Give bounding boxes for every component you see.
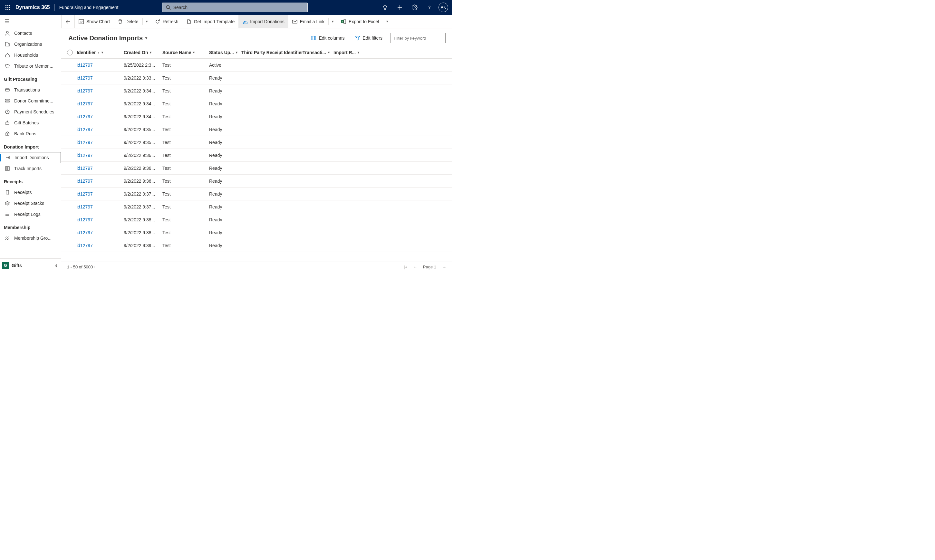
- global-search[interactable]: [162, 3, 308, 12]
- cell-created: 9/2/2022 9:34...: [124, 101, 162, 106]
- sidebar-item-transactions[interactable]: Transactions: [0, 85, 61, 95]
- help-icon[interactable]: [422, 0, 437, 15]
- area-switcher[interactable]: G Gifts ▲▼: [0, 258, 61, 272]
- column-header-transaction[interactable]: Transacti... ▾: [303, 50, 334, 55]
- hamburger-icon[interactable]: [5, 19, 10, 24]
- email-link-button[interactable]: Email a Link: [288, 15, 328, 28]
- table-row[interactable]: id127979/2/2022 9:39...TestReady: [61, 239, 452, 252]
- identifier-link[interactable]: id12797: [77, 101, 93, 106]
- table-row[interactable]: id127979/2/2022 9:34...TestReady: [61, 97, 452, 110]
- import-donations-button[interactable]: Import Donations: [238, 15, 288, 28]
- table-row[interactable]: id127979/2/2022 9:35...TestReady: [61, 136, 452, 149]
- column-header-import-result[interactable]: Import R... ▾: [334, 50, 366, 55]
- view-selector[interactable]: Active Donation Imports ▾: [68, 34, 147, 42]
- table-row[interactable]: id127979/2/2022 9:36...TestReady: [61, 175, 452, 188]
- delete-chevron[interactable]: ▾: [143, 15, 151, 28]
- edit-filters-button[interactable]: Edit filters: [352, 34, 385, 43]
- column-header-source[interactable]: Source Name ▾: [162, 50, 209, 55]
- identifier-link[interactable]: id12797: [77, 114, 93, 119]
- cell-created: 9/2/2022 9:38...: [124, 230, 162, 235]
- sidebar-item-membership-gro-[interactable]: Membership Gro...: [0, 232, 61, 244]
- back-button[interactable]: [61, 15, 75, 28]
- table-row[interactable]: id127979/2/2022 9:34...TestReady: [61, 110, 452, 123]
- product-name[interactable]: Dynamics 365: [15, 5, 50, 10]
- column-header-created[interactable]: Created On ▾: [124, 50, 162, 55]
- svg-text:X: X: [342, 21, 343, 23]
- table-row[interactable]: id127979/2/2022 9:34...TestReady: [61, 85, 452, 97]
- identifier-link[interactable]: id12797: [77, 140, 93, 145]
- grid-body[interactable]: id127978/25/2022 2:3...TestActiveid12797…: [61, 58, 452, 262]
- identifier-link[interactable]: id12797: [77, 88, 93, 94]
- sidebar-item-label: Receipt Stacks: [14, 201, 44, 206]
- column-header-identifier[interactable]: Identifier ↑ ▾: [77, 50, 124, 55]
- sidebar-item-receipt-stacks[interactable]: Receipt Stacks: [0, 198, 61, 209]
- edit-columns-button[interactable]: Edit columns: [308, 34, 347, 43]
- sidebar-item-households[interactable]: Households: [0, 49, 61, 61]
- avatar[interactable]: AK: [438, 3, 448, 12]
- table-row[interactable]: id127979/2/2022 9:33...TestReady: [61, 72, 452, 85]
- chevron-down-icon: ▾: [101, 51, 103, 54]
- identifier-link[interactable]: id12797: [77, 166, 93, 171]
- stack-icon: [5, 200, 10, 206]
- prev-page-icon[interactable]: ←: [413, 265, 417, 269]
- sidebar-item-gift-batches[interactable]: Gift Batches: [0, 117, 61, 128]
- cell-status: Ready: [209, 204, 241, 209]
- identifier-link[interactable]: id12797: [77, 178, 93, 184]
- next-page-icon[interactable]: →: [442, 265, 446, 269]
- app-launcher-icon[interactable]: [3, 3, 13, 12]
- table-row[interactable]: id127979/2/2022 9:36...TestReady: [61, 162, 452, 175]
- cell-created: 9/2/2022 9:35...: [124, 127, 162, 132]
- module-name[interactable]: Fundraising and Engagement: [59, 5, 118, 10]
- identifier-link[interactable]: id12797: [77, 243, 93, 248]
- record-range: 1 - 50 of 5000+: [67, 265, 95, 269]
- sidebar-item-receipts[interactable]: Receipts: [0, 187, 61, 198]
- sidebar-item-tribute-or-memori-[interactable]: Tribute or Memori...: [0, 61, 61, 72]
- show-chart-button[interactable]: Show Chart: [75, 15, 114, 28]
- identifier-link[interactable]: id12797: [77, 204, 93, 209]
- lightbulb-icon[interactable]: [378, 0, 392, 15]
- delete-button[interactable]: Delete: [114, 15, 142, 28]
- table-row[interactable]: id127979/2/2022 9:38...TestReady: [61, 226, 452, 239]
- cell-status: Ready: [209, 114, 241, 119]
- export-excel-chevron[interactable]: ▾: [383, 15, 391, 28]
- sidebar-item-organizations[interactable]: Organizations: [0, 38, 61, 49]
- export-excel-button[interactable]: XExport to Excel: [337, 15, 383, 28]
- sidebar-item-bank-runs[interactable]: Bank Runs: [0, 128, 61, 139]
- search-input[interactable]: [173, 5, 304, 10]
- svg-rect-23: [6, 99, 9, 100]
- receipt-icon: [5, 189, 10, 195]
- sidebar-item-donor-commitme-[interactable]: Donor Commitme...: [0, 95, 61, 106]
- sidebar-item-label: Bank Runs: [14, 131, 36, 136]
- email-link-chevron[interactable]: ▾: [329, 15, 337, 28]
- get-template-button[interactable]: Get Import Template: [182, 15, 239, 28]
- sidebar-item-receipt-logs[interactable]: Receipt Logs: [0, 209, 61, 220]
- table-row[interactable]: id127979/2/2022 9:36...TestReady: [61, 149, 452, 162]
- table-row[interactable]: id127979/2/2022 9:37...TestReady: [61, 200, 452, 213]
- nav-section-title: Gift Processing: [0, 72, 61, 85]
- filter-keyword-input[interactable]: [390, 33, 446, 43]
- table-row[interactable]: id127979/2/2022 9:37...TestReady: [61, 188, 452, 200]
- cell-source: Test: [162, 230, 209, 235]
- identifier-link[interactable]: id12797: [77, 191, 93, 197]
- nav-scroll[interactable]: ContactsOrganizationsHouseholdsTribute o…: [0, 28, 61, 258]
- refresh-button[interactable]: Refresh: [151, 15, 182, 28]
- select-all-checkbox[interactable]: [67, 49, 73, 55]
- table-row[interactable]: id127979/2/2022 9:35...TestReady: [61, 123, 452, 136]
- gear-icon[interactable]: [408, 0, 422, 15]
- identifier-link[interactable]: id12797: [77, 127, 93, 132]
- identifier-link[interactable]: id12797: [77, 217, 93, 222]
- identifier-link[interactable]: id12797: [77, 63, 93, 68]
- column-header-status[interactable]: Status Up... ▾: [209, 50, 241, 55]
- identifier-link[interactable]: id12797: [77, 153, 93, 158]
- identifier-link[interactable]: id12797: [77, 75, 93, 80]
- first-page-icon[interactable]: |◂: [404, 265, 407, 269]
- table-row[interactable]: id127978/25/2022 2:3...TestActive: [61, 58, 452, 72]
- sidebar-item-track-imports[interactable]: Track Imports: [0, 163, 61, 174]
- column-header-receipt[interactable]: Third Party Receipt Identifier ▾: [241, 50, 303, 55]
- sidebar-item-import-donations[interactable]: Import Donations: [0, 152, 61, 163]
- identifier-link[interactable]: id12797: [77, 230, 93, 235]
- sidebar-item-payment-schedules[interactable]: Payment Schedules: [0, 106, 61, 117]
- plus-icon[interactable]: [393, 0, 407, 15]
- table-row[interactable]: id127979/2/2022 9:38...TestReady: [61, 213, 452, 226]
- sidebar-item-contacts[interactable]: Contacts: [0, 28, 61, 38]
